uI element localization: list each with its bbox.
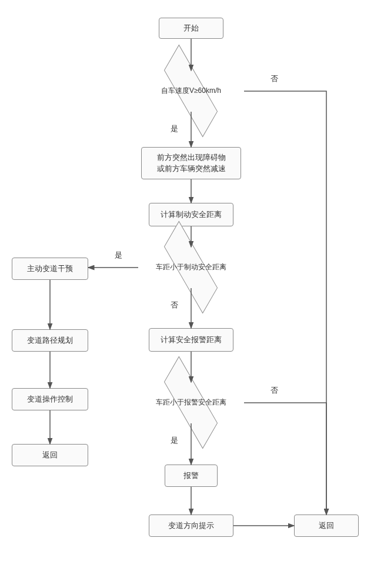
decision-speed-text: 自车速度V≥60km/h	[149, 86, 233, 96]
calc-alarm-node: 计算安全报警距离	[149, 328, 233, 352]
obstacle-node: 前方突然出现障碍物 或前方车辆突然减速	[141, 147, 241, 179]
lane-ctrl-node: 变道操作控制	[12, 388, 88, 410]
alarm-node: 报警	[165, 465, 218, 487]
decision-alarm-text: 车距小于报警安全距离	[144, 398, 238, 407]
label-d1-no: 否	[271, 74, 278, 84]
decision-brake: 车距小于制动安全距离	[138, 247, 244, 288]
lane-hint-node: 变道方向提示	[149, 514, 233, 537]
return-right-node: 返回	[294, 514, 359, 537]
active-lane-node: 主动变道干预	[12, 258, 88, 280]
label-d1-yes: 是	[171, 123, 178, 134]
decision-speed: 自车速度V≥60km/h	[138, 71, 244, 112]
label-d3-no: 否	[271, 385, 278, 396]
return-left-node: 返回	[12, 444, 88, 466]
label-d2-no: 否	[171, 300, 178, 310]
lane-plan-node: 变道路径规划	[12, 329, 88, 352]
decision-alarm: 车距小于报警安全距离	[138, 382, 244, 423]
start-node: 开始	[159, 18, 223, 39]
calc-brake-node: 计算制动安全距离	[149, 203, 233, 226]
label-d3-yes: 是	[171, 435, 178, 446]
label-d2-yes: 是	[115, 250, 122, 260]
decision-brake-text: 车距小于制动安全距离	[144, 263, 238, 272]
